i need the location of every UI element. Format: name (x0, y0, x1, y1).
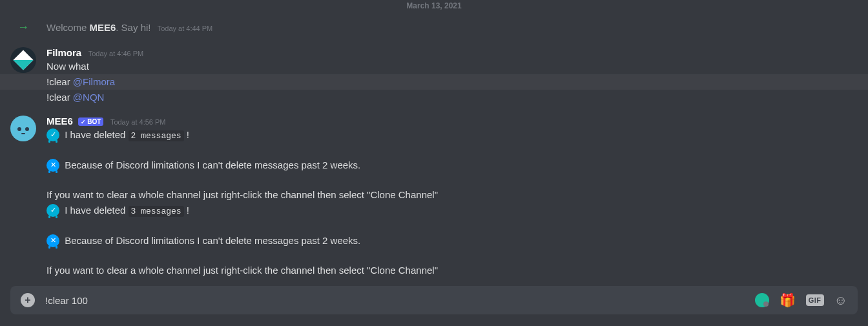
mention[interactable]: @Filmora (73, 76, 115, 87)
message-content: Now what (46, 59, 858, 74)
verified-check-icon: ✓ (81, 119, 86, 125)
message-content: !clear @NQN (46, 90, 858, 105)
attach-button[interactable]: + (21, 293, 35, 307)
welcome-message[interactable]: → Welcome MEE6. Say hi! Today at 4:44 PM (10, 19, 858, 37)
message-content: ✕ Because of Discord limitations I can't… (46, 158, 858, 173)
avatar[interactable] (10, 47, 36, 73)
bot-badge: ✓BOT (78, 117, 103, 126)
command-text: !clear (46, 92, 73, 103)
nitro-gift-icon[interactable] (755, 293, 769, 307)
date-divider: March 13, 2021 (0, 0, 868, 12)
message-content: !clear @Filmora (0, 74, 868, 90)
deleted-count: 3 messages (129, 206, 184, 217)
message-content: If you want to clear a whole channel jus… (46, 187, 858, 203)
deleted-count: 2 messages (129, 130, 184, 141)
message-input[interactable] (45, 295, 755, 306)
error-emoji-icon: ✕ (46, 234, 59, 247)
filmora-logo-icon (13, 50, 33, 70)
welcome-username[interactable]: MEE6 (89, 22, 116, 33)
error-emoji-icon: ✕ (46, 159, 59, 172)
message-input-bar: + 🎁 GIF ☺ (10, 286, 858, 314)
username[interactable]: Filmora (46, 47, 81, 58)
mention[interactable]: @NQN (73, 92, 105, 103)
gif-label: GIF (806, 294, 824, 306)
message-content: If you want to clear a whole channel jus… (46, 263, 858, 278)
deleted-suffix: ! (184, 129, 189, 140)
limitation-text: Because of Discord limitations I can't d… (65, 159, 360, 170)
gif-button[interactable]: GIF (806, 294, 824, 306)
join-arrow-icon: → (10, 21, 36, 34)
message-group-filmora: Filmora Today at 4:46 PM Now what !clear… (10, 47, 858, 105)
deleted-prefix: I have deleted (65, 129, 128, 140)
message-content: ✕ Because of Discord limitations I can't… (46, 233, 858, 249)
message-timestamp: Today at 4:56 PM (110, 118, 166, 126)
welcome-prefix: Welcome (46, 22, 89, 33)
messages-container: → Welcome MEE6. Say hi! Today at 4:44 PM… (0, 19, 868, 278)
message-content: ✓ I have deleted 3 messages ! (46, 203, 858, 219)
command-text: !clear (46, 76, 73, 87)
message-group-mee6: MEE6 ✓BOT Today at 4:56 PM ✓ I have dele… (10, 116, 858, 278)
bot-label: BOT (87, 118, 101, 125)
message-timestamp: Today at 4:46 PM (88, 50, 144, 57)
avatar[interactable] (10, 116, 36, 141)
gift-icon[interactable]: 🎁 (780, 292, 796, 308)
welcome-timestamp: Today at 4:44 PM (158, 25, 213, 32)
message-content: ✓ I have deleted 2 messages ! (46, 127, 858, 143)
username[interactable]: MEE6 (46, 116, 73, 127)
success-emoji-icon: ✓ (46, 128, 59, 141)
emoji-picker-icon[interactable]: ☺ (834, 293, 847, 308)
deleted-prefix: I have deleted (65, 205, 128, 216)
limitation-text: Because of Discord limitations I can't d… (65, 235, 360, 246)
welcome-text: Welcome MEE6. Say hi! Today at 4:44 PM (46, 22, 212, 33)
welcome-suffix: . Say hi! (116, 22, 150, 33)
success-emoji-icon: ✓ (46, 204, 59, 217)
deleted-suffix: ! (184, 205, 189, 216)
